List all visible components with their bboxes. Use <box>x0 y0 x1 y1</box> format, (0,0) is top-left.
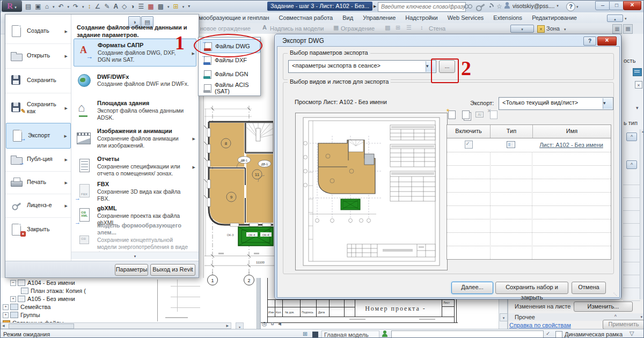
menu-item-close[interactable]: Закрыть <box>5 217 71 242</box>
teal-icon[interactable] <box>633 68 642 76</box>
collapse-icon[interactable] <box>614 314 617 319</box>
tab-view[interactable]: Вид <box>338 14 358 21</box>
browser-hscrollbar[interactable] <box>1 322 231 329</box>
flyout-item-images[interactable]: Изображения и анимацииСохранение файлов … <box>74 124 196 152</box>
help-button[interactable]: ? <box>566 2 575 11</box>
home-dropdown-icon[interactable] <box>53 5 55 9</box>
menu-item-new[interactable]: Создать <box>5 19 71 44</box>
duplicate-set-icon[interactable] <box>460 109 470 119</box>
measure-icon[interactable] <box>88 3 91 10</box>
reveal-hidden-icon[interactable] <box>271 321 274 327</box>
menu-item-publish[interactable]: Публ-ция <box>5 148 71 172</box>
undo-icon[interactable] <box>58 3 63 10</box>
exit-revit-button[interactable]: Выход из Revit <box>150 264 195 276</box>
undo-dropdown-icon[interactable] <box>68 5 70 9</box>
rename-set-icon[interactable] <box>474 109 484 119</box>
menu-item-licensing[interactable]: Лиценз-е <box>5 194 71 218</box>
collapse-icon[interactable] <box>10 280 16 286</box>
dialog-help-button[interactable]: ? <box>583 36 596 46</box>
tree-item-plan-copy[interactable]: План этажа: Копия ( <box>21 288 86 294</box>
revit-logo-button[interactable]: R <box>2 1 22 12</box>
submenu-item-dgn[interactable]: Файлы DGN <box>200 68 259 80</box>
tool-new-railing[interactable]: новое ограждение <box>200 25 251 32</box>
export-scope-combo[interactable]: <Только текущий вид/лист> <box>499 97 613 110</box>
scroll-thumb[interactable] <box>9 324 74 329</box>
submenu-item-sat[interactable]: Файлы ACIS (SAT) <box>200 82 259 94</box>
maximize-button[interactable] <box>609 1 624 10</box>
expand-icon[interactable] <box>10 296 16 302</box>
tree-item-a105[interactable]: А105 - Без имени <box>10 296 75 302</box>
user-dropdown-icon[interactable] <box>557 4 559 8</box>
expand-icon[interactable] <box>3 312 9 318</box>
scroll-down-icon[interactable] <box>500 313 508 321</box>
include-checkbox[interactable] <box>465 141 473 149</box>
thin-lines-icon[interactable] <box>138 3 144 10</box>
scroll-left-icon[interactable] <box>2 324 5 327</box>
active-workset-icon[interactable] <box>312 332 318 337</box>
open-icon[interactable] <box>25 3 31 10</box>
menu-item-save[interactable]: Сохранить <box>5 68 71 93</box>
resize-grip[interactable] <box>612 291 619 298</box>
combo-arrow-icon[interactable] <box>603 98 612 109</box>
close-button[interactable] <box>623 1 641 10</box>
save-set-close-button[interactable]: Сохранить набор и закрыть <box>495 282 568 294</box>
flyout-item-reports[interactable]: ОтчетыСохранение спецификации или отчета… <box>74 153 196 179</box>
minimize-button[interactable] <box>595 1 610 10</box>
zone-dropdown-icon[interactable] <box>564 27 566 31</box>
angle-dimension-icon[interactable] <box>95 3 101 10</box>
tree-item-a104[interactable]: А104 - Без имени <box>10 280 75 286</box>
flyout-scroll-down[interactable] <box>71 252 199 259</box>
tab-manage[interactable]: Управление <box>358 14 400 21</box>
apply-button[interactable]: Применить <box>603 320 644 329</box>
tree-item-groups[interactable]: Группы <box>3 312 40 318</box>
switch-windows-dropdown-icon[interactable] <box>167 5 170 9</box>
scroll-left-icon[interactable] <box>278 322 281 327</box>
dialog-close-button[interactable] <box>597 36 617 46</box>
home-icon[interactable] <box>45 3 49 10</box>
flyout-item-mass-model[interactable]: Модель формообразующего элем...Сохранени… <box>74 229 196 251</box>
palette-scrollbar[interactable] <box>640 129 644 299</box>
tab-extensions[interactable]: Extensions <box>488 14 527 21</box>
zone-box-icon[interactable] <box>173 3 179 10</box>
panel-splitter[interactable] <box>257 278 261 329</box>
col-header-name[interactable]: Имя <box>533 125 611 138</box>
search-input[interactable]: Введите ключевое слово/фразу <box>378 2 466 12</box>
next-button[interactable]: Далее... <box>451 282 493 294</box>
ribbon-state-toggle[interactable] <box>607 14 623 22</box>
workset-selector[interactable]: Главная модель <box>321 330 379 338</box>
redo-dropdown-icon[interactable] <box>82 5 84 9</box>
collapse-section-icon[interactable] <box>626 160 637 169</box>
tree-item-families[interactable]: Семейства <box>3 304 50 310</box>
editable-only-icon[interactable] <box>382 330 388 337</box>
ribbon-state-dropdown-icon[interactable] <box>625 17 627 20</box>
tool-wall[interactable]: Стена <box>429 25 445 32</box>
key-icon[interactable] <box>473 1 485 12</box>
type-selector-arrow-icon[interactable] <box>636 106 639 111</box>
tool-zone[interactable]: Зона <box>546 25 560 32</box>
dynamic-frame-checkbox[interactable] <box>555 331 562 338</box>
default-3d-view-icon[interactable] <box>122 3 127 10</box>
ribbon-icon-b[interactable] <box>623 24 633 34</box>
help-dropdown-icon[interactable] <box>576 5 579 9</box>
cancel-button[interactable]: Отмена <box>572 282 606 294</box>
close-hidden-windows-icon[interactable] <box>148 3 153 10</box>
logo-dropdown-icon[interactable] <box>14 5 17 9</box>
tab-modify[interactable]: Редактирование <box>527 14 582 21</box>
favorites-icon[interactable] <box>496 3 502 10</box>
sheet-name-link[interactable]: Лист: A102 - Без имени <box>532 142 611 148</box>
switch-windows-icon[interactable] <box>158 3 164 10</box>
tab-web-services[interactable]: Web Services <box>443 14 489 21</box>
ribbon-icon-a[interactable] <box>612 24 622 34</box>
communication-center-icon[interactable] <box>486 2 494 11</box>
flyout-item-dwf[interactable]: DWF/DWFxСоздание файлов DWF или DWFx. <box>74 69 196 92</box>
options-button[interactable]: Параметры <box>115 264 148 276</box>
steering-wheel-icon[interactable] <box>262 321 267 327</box>
table-row-sheet[interactable]: Лист: A102 - Без имени <box>447 138 611 152</box>
filter-icon[interactable] <box>630 330 634 336</box>
worksets-icon[interactable] <box>303 331 308 337</box>
menu-item-print[interactable]: Печать <box>5 171 71 194</box>
tool-model-text[interactable]: Надпись на модели <box>270 25 324 32</box>
zone-box-dropdown-icon[interactable] <box>182 5 185 9</box>
new-set-icon[interactable] <box>447 109 456 119</box>
save-icon[interactable] <box>35 3 41 10</box>
